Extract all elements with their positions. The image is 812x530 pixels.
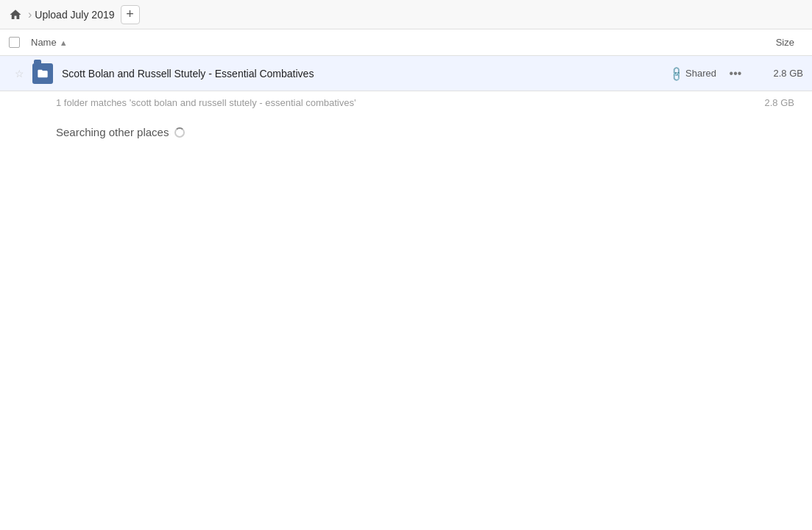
breadcrumb-separator: › <box>28 8 32 21</box>
match-info-size: 2.8 GB <box>765 97 803 108</box>
match-info-row: 1 folder matches 'scott bolan and russel… <box>0 91 812 114</box>
sort-arrow-icon: ▲ <box>60 38 68 47</box>
folder-icon-col <box>29 63 56 84</box>
breadcrumb-bar: › Upload July 2019 + <box>0 0 812 29</box>
name-column-header[interactable]: Name ▲ <box>31 37 744 48</box>
add-button[interactable]: + <box>121 5 140 24</box>
select-all-checkbox[interactable] <box>9 37 20 48</box>
loading-spinner <box>174 127 185 138</box>
shared-badge-col: 🔗 Shared <box>670 68 716 80</box>
star-icon[interactable]: ☆ <box>15 68 24 80</box>
match-info-text: 1 folder matches 'scott bolan and russel… <box>56 97 356 108</box>
star-col: ☆ <box>9 68 29 80</box>
select-all-checkbox-col <box>9 37 31 48</box>
breadcrumb-title[interactable]: Upload July 2019 <box>35 9 114 21</box>
home-button[interactable] <box>9 8 22 21</box>
folder-icon <box>32 63 53 84</box>
shared-badge[interactable]: 🔗 Shared <box>670 68 716 80</box>
file-row[interactable]: ☆ Scott Bolan and Russell Stutely - Esse… <box>0 56 812 91</box>
column-headers: Name ▲ Size <box>0 29 812 56</box>
shared-label: Shared <box>685 68 716 79</box>
searching-row: Searching other places <box>0 114 812 150</box>
searching-label: Searching other places <box>56 126 169 138</box>
size-column-header: Size <box>744 37 803 48</box>
more-options-button[interactable]: ••• <box>725 63 746 84</box>
file-size: 2.8 GB <box>752 68 803 79</box>
link-icon: 🔗 <box>668 65 685 82</box>
file-name[interactable]: Scott Bolan and Russell Stutely - Essent… <box>56 68 670 80</box>
